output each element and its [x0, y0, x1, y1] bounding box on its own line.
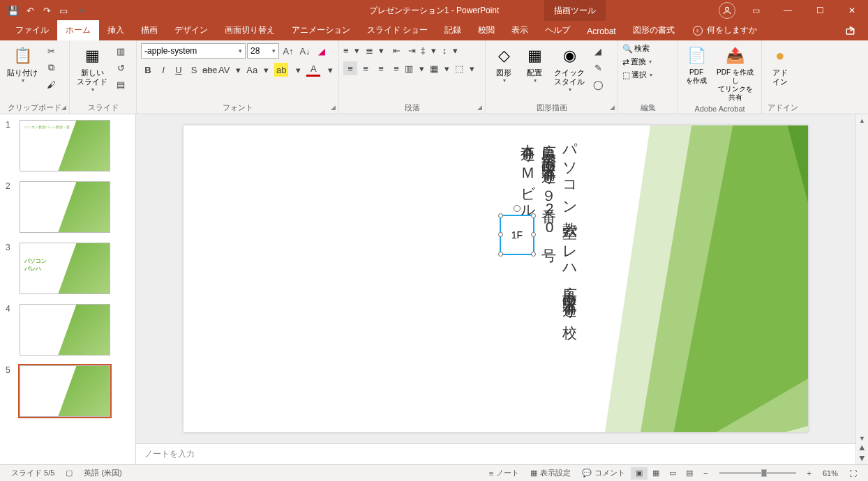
font-size-input[interactable]: [250, 46, 269, 56]
comments-toggle[interactable]: 💬 コメント: [576, 468, 631, 478]
notes-pane[interactable]: ノートを入力: [136, 443, 855, 464]
dialog-launcher-icon[interactable]: ◢: [331, 104, 336, 111]
replace-button[interactable]: ⇄置換▾: [622, 56, 652, 67]
strike-button[interactable]: abc: [202, 63, 217, 77]
slideshow-view-icon[interactable]: ▤: [681, 467, 698, 480]
shape-fill-icon[interactable]: ◢: [590, 43, 606, 59]
undo-icon[interactable]: ↶: [24, 4, 36, 17]
tab-design[interactable]: デザイン: [166, 20, 216, 40]
arrange-button[interactable]: ▦配置▾: [521, 43, 548, 85]
normal-view-icon[interactable]: ▣: [631, 467, 648, 480]
dialog-launcher-icon[interactable]: ◢: [477, 104, 482, 111]
scroll-down-icon[interactable]: ▼: [858, 434, 867, 443]
select-button[interactable]: ⬚選択▾: [622, 70, 652, 80]
bullets-icon[interactable]: ≡▾: [343, 43, 364, 57]
tab-file[interactable]: ファイル: [7, 20, 57, 40]
slide-thumbnails-panel[interactable]: 1パソコン教室パレハ教室一覧 2 3パソコンパレハ 4 5: [0, 114, 136, 464]
text-direction-icon[interactable]: ↕▾: [442, 43, 463, 57]
text-selection-box[interactable]: 1F: [500, 215, 534, 255]
char-spacing-icon[interactable]: AV▾: [218, 63, 245, 77]
underline-button[interactable]: U: [172, 63, 186, 77]
sorter-view-icon[interactable]: ▦: [648, 467, 664, 480]
thumbnail-1[interactable]: パソコン教室パレハ教室一覧: [20, 120, 110, 171]
layout-icon[interactable]: ▥: [113, 43, 128, 59]
tab-home[interactable]: ホーム: [57, 20, 99, 40]
tab-draw[interactable]: 描画: [133, 20, 166, 40]
thumbnail-4[interactable]: [20, 304, 110, 356]
tab-slideshow[interactable]: スライド ショー: [359, 20, 436, 40]
resize-handle[interactable]: [498, 252, 503, 257]
selected-text[interactable]: 1F: [511, 229, 523, 240]
section-icon[interactable]: ▤: [113, 77, 128, 92]
prev-slide-icon[interactable]: ⯅: [858, 443, 867, 453]
zoom-slider[interactable]: [719, 472, 796, 474]
addin-button[interactable]: ●アド イン: [766, 43, 794, 88]
line-spacing-icon[interactable]: ‡▾: [421, 43, 441, 57]
zoom-in-icon[interactable]: +: [802, 469, 817, 478]
redo-icon[interactable]: ↷: [40, 4, 53, 17]
shape-outline-icon[interactable]: ✎: [590, 60, 606, 75]
close-button[interactable]: ✕: [836, 0, 868, 21]
thumbnail-3[interactable]: パソコンパレハ: [20, 243, 110, 294]
thumbnail-5[interactable]: [20, 365, 110, 417]
numbering-icon[interactable]: ≣▾: [366, 43, 389, 57]
resize-handle[interactable]: [531, 232, 536, 237]
align-center-icon[interactable]: ≡: [359, 61, 373, 75]
tell-me[interactable]: ♀ 何をしますか: [687, 20, 763, 40]
save-icon[interactable]: 💾: [7, 4, 20, 17]
paste-button[interactable]: 📋 貼り付け ▾: [4, 43, 40, 85]
vertical-scrollbar[interactable]: ▲ ▼ ⯅ ⯆: [855, 114, 868, 464]
shape-effects-icon[interactable]: ◯: [590, 77, 606, 92]
font-color-icon[interactable]: A: [306, 63, 320, 77]
align-left-icon[interactable]: ≡: [343, 61, 357, 75]
shadow-button[interactable]: S: [187, 63, 201, 77]
zoom-slider-thumb[interactable]: [761, 469, 767, 477]
zoom-level[interactable]: 61%: [817, 469, 844, 478]
font-family-combo[interactable]: ▾: [141, 43, 246, 59]
account-avatar-icon[interactable]: [719, 2, 735, 19]
quick-styles-button[interactable]: ◉クイック スタイル▾: [551, 43, 588, 94]
shapes-button[interactable]: ◇図形▾: [490, 43, 518, 85]
align-right-icon[interactable]: ≡: [374, 61, 388, 75]
tab-insert[interactable]: 挿入: [99, 20, 133, 40]
slide-text-line2[interactable]: 広島県広島市中区本通り９番20号: [539, 132, 559, 240]
fit-to-window-icon[interactable]: ⛶: [844, 469, 862, 478]
reading-view-icon[interactable]: ▭: [664, 467, 681, 480]
maximize-button[interactable]: ☐: [804, 0, 836, 21]
decrease-font-icon[interactable]: A↓: [297, 43, 313, 59]
find-button[interactable]: 🔍検索: [622, 43, 652, 54]
slide-text-line1[interactable]: パソコン教室パレハ広島市中区本通り校: [560, 132, 580, 316]
new-slide-button[interactable]: ▦ 新しい スライド ▾: [74, 43, 110, 94]
tab-help[interactable]: ヘルプ: [537, 20, 578, 40]
start-from-beginning-icon[interactable]: ▭: [57, 4, 70, 17]
tab-acrobat[interactable]: Acrobat: [578, 22, 624, 40]
display-settings[interactable]: ▦ 表示設定: [525, 468, 576, 478]
format-painter-icon[interactable]: 🖌: [43, 77, 59, 92]
next-slide-icon[interactable]: ⯆: [858, 453, 867, 463]
change-case-icon[interactable]: Aa▾: [246, 63, 273, 77]
resize-handle[interactable]: [531, 213, 536, 218]
resize-handle[interactable]: [531, 252, 536, 257]
share-icon[interactable]: [844, 24, 860, 38]
thumbnail-2[interactable]: [20, 181, 110, 233]
resize-handle[interactable]: [498, 213, 503, 218]
tab-format[interactable]: 図形の書式: [624, 20, 683, 40]
tab-transitions[interactable]: 画面切り替え: [216, 20, 283, 40]
pdf-create-button[interactable]: 📄PDF を作成: [682, 43, 710, 86]
tab-review[interactable]: 校閲: [470, 20, 503, 40]
dialog-launcher-icon[interactable]: ◢: [61, 104, 66, 111]
italic-button[interactable]: I: [156, 63, 170, 77]
dialog-launcher-icon[interactable]: ◢: [610, 104, 615, 111]
tab-record[interactable]: 記録: [436, 20, 470, 40]
tab-animations[interactable]: アニメーション: [283, 20, 359, 40]
pdf-share-button[interactable]: 📤PDF を作成し てリンクを共有: [713, 43, 757, 103]
zoom-out-icon[interactable]: −: [698, 469, 713, 478]
decrease-indent-icon[interactable]: ⇤: [390, 43, 404, 57]
align-text-icon[interactable]: ▦▾: [430, 61, 454, 75]
columns-icon[interactable]: ▥▾: [405, 61, 428, 75]
minimize-button[interactable]: —: [772, 0, 804, 21]
scroll-up-icon[interactable]: ▲: [858, 116, 867, 125]
clear-format-icon[interactable]: ◢: [314, 43, 329, 59]
slide-text-line3[interactable]: 本通りＭビル: [518, 132, 538, 214]
rotate-handle-icon[interactable]: [514, 205, 521, 212]
